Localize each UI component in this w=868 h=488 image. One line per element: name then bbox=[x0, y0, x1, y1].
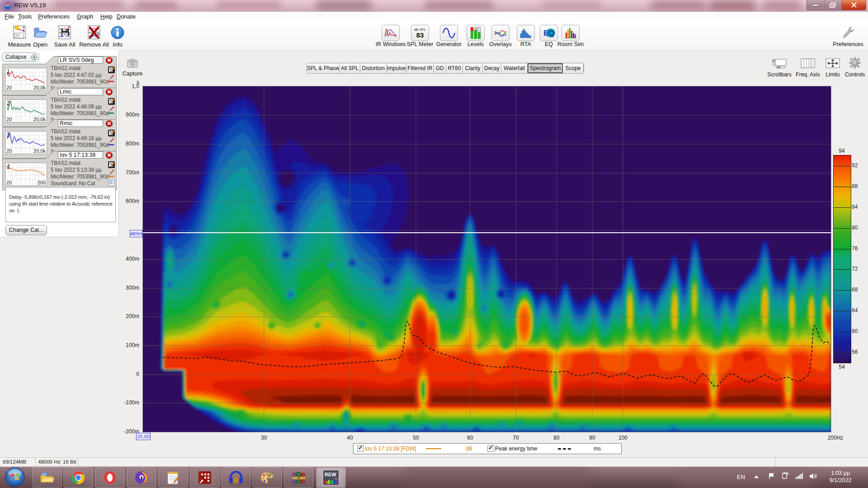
svg-text:EQ: EQ bbox=[543, 29, 555, 38]
svg-text:REW: REW bbox=[325, 472, 336, 477]
svg-text:V5.1: V5.1 bbox=[334, 477, 339, 480]
